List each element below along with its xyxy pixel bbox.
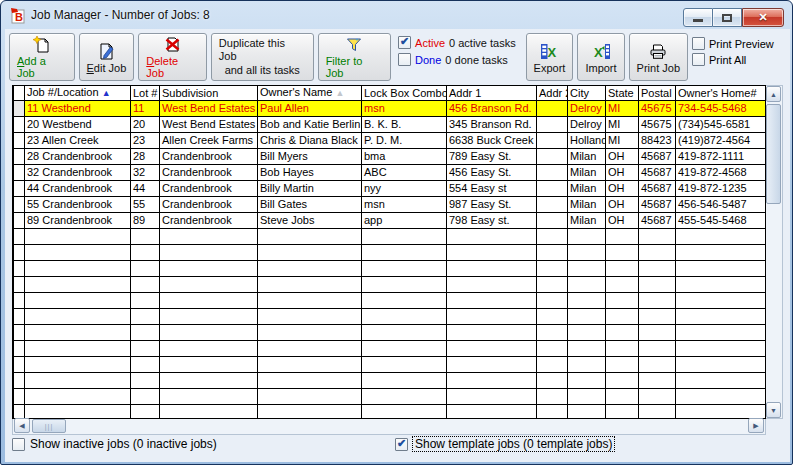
table-cell[interactable]: Crandenbrook [160, 165, 258, 181]
table-cell[interactable]: Bob Hayes [258, 165, 362, 181]
column-header-job-location[interactable]: Job #/Location ▲ [25, 86, 131, 101]
column-header-owners-name[interactable]: Owner's Name ▲ [258, 86, 362, 101]
table-cell[interactable]: MI [606, 133, 639, 149]
table-cell[interactable]: MI [606, 117, 639, 133]
table-cell[interactable]: 45687 [639, 165, 676, 181]
active-checkbox[interactable] [398, 36, 411, 49]
column-header-lot[interactable]: Lot # [131, 86, 160, 101]
delete-job-button[interactable]: Delete Job [138, 33, 207, 81]
table-cell[interactable]: 11 [131, 101, 160, 117]
table-cell[interactable] [537, 133, 568, 149]
table-cell[interactable]: Milan [568, 149, 606, 165]
done-checkbox[interactable] [398, 53, 411, 66]
table-cell[interactable]: 6638 Buck Creek [447, 133, 537, 149]
table-cell[interactable]: 45687 [639, 181, 676, 197]
table-cell[interactable]: 32 Crandenbrook [25, 165, 131, 181]
table-cell[interactable]: Holland [568, 133, 606, 149]
table-cell[interactable]: 456 Branson Rd. [447, 101, 537, 117]
table-cell[interactable]: Crandenbrook [160, 213, 258, 229]
table-cell[interactable] [537, 149, 568, 165]
table-cell[interactable]: 419-872-1235 [676, 181, 767, 197]
table-cell[interactable]: nyy [362, 181, 447, 197]
column-header-state[interactable]: State [606, 86, 639, 101]
export-button[interactable]: X Export [526, 33, 574, 81]
table-cell[interactable]: Milan [568, 213, 606, 229]
table-cell[interactable]: Milan [568, 181, 606, 197]
titlebar[interactable]: B Job Manager - Number of Jobs: 8 ✕ [2, 1, 791, 29]
row-selector[interactable] [14, 149, 25, 165]
table-cell[interactable] [537, 213, 568, 229]
table-cell[interactable] [537, 117, 568, 133]
table-cell[interactable]: 45687 [639, 197, 676, 213]
table-cell[interactable]: Crandenbrook [160, 149, 258, 165]
table-cell[interactable]: app [362, 213, 447, 229]
column-header-owners-home[interactable]: Owner's Home# [676, 86, 767, 101]
table-cell[interactable]: 23 Allen Creek [25, 133, 131, 149]
column-header-lock-box-combo[interactable]: Lock Box Combo [362, 86, 447, 101]
table-cell[interactable]: 55 Crandenbrook [25, 197, 131, 213]
table-cell[interactable]: (419)872-4564 [676, 133, 767, 149]
row-selector[interactable] [14, 213, 25, 229]
table-cell[interactable]: OH [606, 181, 639, 197]
print-all-checkbox[interactable] [692, 53, 705, 66]
horizontal-scroll-thumb[interactable]: ||| [32, 419, 66, 433]
table-cell[interactable]: OH [606, 165, 639, 181]
table-row[interactable]: 28 Crandenbrook28CrandenbrookBill Myersb… [14, 149, 767, 165]
column-header-addr2[interactable]: Addr 2 [537, 86, 568, 101]
table-cell[interactable]: OH [606, 213, 639, 229]
table-cell[interactable]: MI [606, 101, 639, 117]
table-cell[interactable]: 45687 [639, 149, 676, 165]
table-cell[interactable]: Delroy [568, 101, 606, 117]
table-cell[interactable]: 456-546-5487 [676, 197, 767, 213]
table-row[interactable]: 89 Crandenbrook89CrandenbrookSteve Jobsa… [14, 213, 767, 229]
table-cell[interactable]: B. K. B. [362, 117, 447, 133]
table-cell[interactable]: West Bend Estates [160, 117, 258, 133]
table-cell[interactable]: Delroy [568, 117, 606, 133]
scroll-down-button[interactable]: ▼ [766, 402, 781, 418]
row-selector[interactable] [14, 197, 25, 213]
row-selector[interactable] [14, 117, 25, 133]
table-cell[interactable] [537, 181, 568, 197]
table-cell[interactable]: 987 Easy St. [447, 197, 537, 213]
table-cell[interactable]: 28 Crandenbrook [25, 149, 131, 165]
table-row[interactable]: 55 Crandenbrook55CrandenbrookBill Gatesm… [14, 197, 767, 213]
table-cell[interactable]: msn [362, 197, 447, 213]
column-header-postal[interactable]: Postal [639, 86, 676, 101]
table-row[interactable]: 32 Crandenbrook32CrandenbrookBob HayesAB… [14, 165, 767, 181]
table-cell[interactable]: P. D. M. [362, 133, 447, 149]
print-preview-checkbox[interactable] [692, 37, 705, 50]
table-cell[interactable] [537, 165, 568, 181]
scroll-right-button[interactable]: ▶ [748, 418, 764, 433]
table-cell[interactable]: Milan [568, 197, 606, 213]
table-cell[interactable]: 55 [131, 197, 160, 213]
column-header-subdivision[interactable]: Subdivision [160, 86, 258, 101]
table-cell[interactable]: 789 Easy St. [447, 149, 537, 165]
scroll-up-button[interactable]: ▲ [766, 86, 781, 102]
row-selector[interactable] [14, 165, 25, 181]
table-cell[interactable]: 89 Crandenbrook [25, 213, 131, 229]
table-cell[interactable]: 419-872-1111 [676, 149, 767, 165]
table-cell[interactable]: 456 Easy St. [447, 165, 537, 181]
table-cell[interactable]: Billy Martin [258, 181, 362, 197]
row-selector[interactable] [14, 181, 25, 197]
table-cell[interactable]: 32 [131, 165, 160, 181]
table-cell[interactable] [537, 197, 568, 213]
table-cell[interactable]: 44 Crandenbrook [25, 181, 131, 197]
table-cell[interactable]: Bill Gates [258, 197, 362, 213]
table-cell[interactable]: 28 [131, 149, 160, 165]
table-cell[interactable]: Chris & Diana Black [258, 133, 362, 149]
column-header-addr1[interactable]: Addr 1 [447, 86, 537, 101]
table-cell[interactable]: 44 [131, 181, 160, 197]
table-cell[interactable] [537, 101, 568, 117]
table-cell[interactable]: 45687 [639, 213, 676, 229]
show-inactive-jobs-checkbox[interactable] [12, 438, 25, 451]
horizontal-scrollbar[interactable]: ◀ ||| ▶ [12, 419, 766, 435]
scroll-left-button[interactable]: ◀ [14, 418, 30, 433]
show-template-jobs-checkbox[interactable] [395, 438, 408, 451]
table-cell[interactable]: 88423 [639, 133, 676, 149]
table-cell[interactable]: Steve Jobs [258, 213, 362, 229]
row-selector[interactable] [14, 133, 25, 149]
table-cell[interactable]: Paul Allen [258, 101, 362, 117]
table-cell[interactable]: Allen Creek Farms [160, 133, 258, 149]
edit-job-button[interactable]: Edit Job [79, 33, 135, 81]
